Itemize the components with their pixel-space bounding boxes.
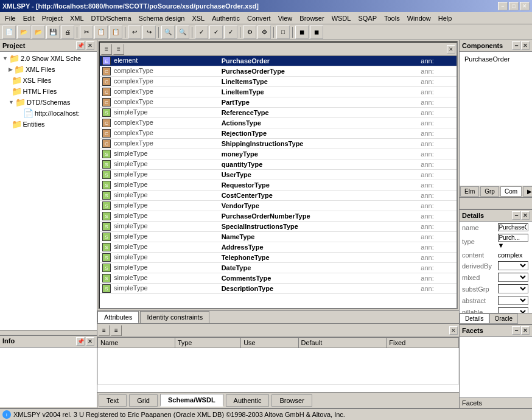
facets-close-btn[interactable]: ✕ [521, 326, 530, 335]
comp-pin-btn[interactable]: ━ [512, 41, 520, 50]
tree-item-entities[interactable]: 📁 Entities [1, 119, 96, 130]
find-button[interactable]: 🔍 [161, 26, 175, 39]
view-tab-browser[interactable]: Browser [271, 394, 312, 407]
details-close-btn[interactable]: ✕ [521, 211, 530, 220]
table-row[interactable]: S simpleType RequestorType ann: [100, 180, 457, 191]
menu-file[interactable]: File [1, 13, 19, 23]
menu-xml[interactable]: XML [66, 13, 88, 23]
redo-button[interactable]: ↪ [142, 26, 156, 39]
table-row[interactable]: S simpleType AddressType ann: [100, 242, 457, 253]
comp-tab-grp[interactable]: Grp [480, 186, 499, 197]
table-row[interactable]: S simpleType VendorType ann: [100, 201, 457, 211]
info-pin-button[interactable]: 📌 [76, 337, 85, 346]
tree-item-dtd-schemas[interactable]: ▼ 📁 DTD/Schemas [1, 97, 96, 108]
project-close-button[interactable]: ✕ [86, 41, 94, 50]
details-tab-oracle[interactable]: Oracle [489, 313, 518, 324]
table-row[interactable]: S simpleType moneyType ann: [100, 149, 457, 159]
table-row[interactable]: S simpleType PurchaseOrderNumberType ann… [100, 211, 457, 222]
check-button[interactable]: ✓ [195, 26, 208, 39]
table-row[interactable]: S simpleType quantityType ann: [100, 159, 457, 170]
detail-select-mixed[interactable] [498, 273, 528, 282]
table-row[interactable]: S simpleType CommentsType ann: [100, 273, 457, 284]
table-row[interactable]: S simpleType NameType ann: [100, 232, 457, 242]
table-row[interactable]: C complexType LineItemsType ann: [100, 77, 457, 87]
xslt-button[interactable]: ⚙ [243, 26, 256, 39]
maximize-button[interactable]: □ [509, 2, 519, 10]
detail-select-derivedby[interactable] [498, 261, 528, 270]
project-pin-button[interactable]: 📌 [76, 41, 85, 50]
table-row[interactable]: S simpleType CostCenterType ann: [100, 191, 457, 201]
tree-item-xml-files[interactable]: ▶ 📁 XML Files [1, 64, 96, 75]
table-row[interactable]: C complexType RejectionType ann: [100, 128, 457, 139]
menu-xsl[interactable]: XSL [188, 13, 208, 23]
table-row[interactable]: S simpleType UserType ann: [100, 170, 457, 180]
menu-window[interactable]: Window [404, 13, 435, 23]
attr-expand-btn[interactable]: ≡ [99, 325, 110, 336]
type-dropdown-btn[interactable]: ▼ [498, 242, 505, 249]
new-button[interactable]: 📄 [2, 26, 16, 39]
misc2-button[interactable]: ◼ [310, 26, 323, 39]
view-tab-text[interactable]: Text [99, 394, 127, 407]
table-row[interactable]: S simpleType TelephoneType ann: [100, 253, 457, 263]
title-bar-buttons[interactable]: − □ ✕ [498, 2, 530, 10]
menu-dtd-schema[interactable]: DTD/Schema [88, 13, 135, 23]
comp-tab-elm[interactable]: Elm [460, 186, 479, 197]
table-row[interactable]: C complexType PartType ann: [100, 97, 457, 108]
menu-convert[interactable]: Convert [243, 13, 275, 23]
detail-select-nillable[interactable] [498, 307, 528, 313]
detail-input-name[interactable] [498, 223, 528, 231]
table-row[interactable]: C complexType ActionsType ann: [100, 118, 457, 128]
details-pin-btn[interactable]: ━ [512, 211, 520, 220]
project-scrollbar[interactable] [0, 330, 97, 335]
schema-window-close[interactable]: ✕ [447, 45, 455, 54]
schema-expand-btn[interactable]: ≡ [101, 44, 112, 55]
table-row[interactable]: S simpleType DescriptionType ann: [100, 284, 457, 294]
detail-select-substgrp[interactable] [498, 284, 528, 293]
menu-sqap[interactable]: SQAP [354, 13, 380, 23]
menu-tools[interactable]: Tools [380, 13, 404, 23]
table-row[interactable]: C complexType ShippingInstructionsType a… [100, 139, 457, 149]
attr-close-btn[interactable]: ✕ [449, 326, 458, 335]
view-tab-authentic[interactable]: Authentic [226, 394, 270, 407]
print-button[interactable]: 🖨 [61, 26, 74, 39]
cut-button[interactable]: ✂ [80, 26, 93, 39]
table-row[interactable]: C complexType LineItemType ann: [100, 87, 457, 97]
view-tab-grid[interactable]: Grid [129, 394, 158, 407]
minimize-button[interactable]: − [498, 2, 508, 10]
validate2-button[interactable]: ✓ [224, 26, 237, 39]
attr-collapse-btn[interactable]: ≡ [111, 325, 122, 336]
detail-input-type[interactable] [498, 234, 528, 242]
undo-button[interactable]: ↩ [128, 26, 141, 39]
comp-close-btn[interactable]: ✕ [521, 41, 530, 50]
open-button[interactable]: 📂 [17, 26, 30, 39]
tree-item-schema[interactable]: ▼ 📁 2.0 Show XML Sche [1, 53, 96, 64]
menu-authentic[interactable]: Authentic [208, 13, 243, 23]
menu-edit[interactable]: Edit [19, 13, 38, 23]
close-button[interactable]: ✕ [520, 2, 530, 10]
menu-view[interactable]: View [275, 13, 296, 23]
comp-tab-com[interactable]: Com [500, 186, 522, 197]
misc-button[interactable]: ◼ [295, 26, 309, 39]
tab-identity-constraints[interactable]: Identity constraints [140, 311, 209, 323]
validate-button[interactable]: ✓ [209, 26, 223, 39]
menu-browser[interactable]: Browser [296, 13, 327, 23]
facets-pin-btn[interactable]: ━ [512, 326, 520, 335]
table-row[interactable]: C complexType PurchaseOrderType ann: [100, 66, 457, 77]
schema-collapse-btn[interactable]: ≡ [113, 44, 124, 55]
menu-project[interactable]: Project [38, 13, 66, 23]
menu-schema-design[interactable]: Schema design [135, 13, 189, 23]
paste-button[interactable]: 📋 [109, 26, 122, 39]
tree-item-html-files[interactable]: 📁 HTML Files [1, 86, 96, 97]
table-row[interactable]: S simpleType ReferenceType ann: [100, 108, 457, 118]
tree-item-localhost[interactable]: 📄 http://localhost: [1, 108, 96, 119]
detail-select-abstract[interactable] [498, 296, 528, 305]
table-row[interactable]: S simpleType SpecialInstructionsType ann… [100, 222, 457, 232]
tab-attributes[interactable]: Attributes [97, 311, 139, 323]
save-button[interactable]: 💾 [46, 26, 60, 39]
tree-item-xsl-files[interactable]: 📁 XSL Files [1, 75, 96, 86]
copy-button[interactable]: 📋 [94, 26, 108, 39]
table-row[interactable]: E element PurchaseOrder ann: [100, 56, 457, 66]
details-tab-details[interactable]: Details [460, 313, 489, 324]
view-tab-schema[interactable]: Schema/WSDL [160, 394, 223, 407]
menu-wsdl[interactable]: WSDL [328, 13, 355, 23]
